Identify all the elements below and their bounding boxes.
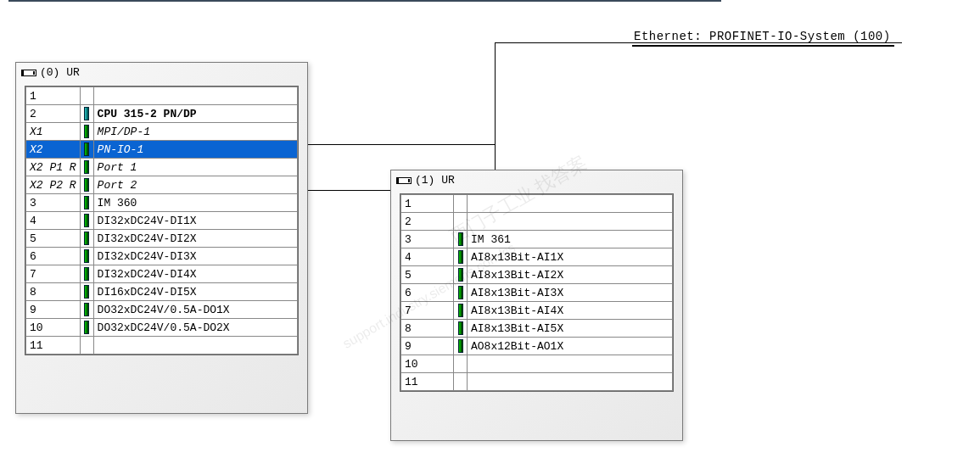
slot-cell[interactable]: 6 <box>401 284 454 302</box>
hw-config-canvas[interactable]: Ethernet: PROFINET-IO-System (100) (0) U… <box>0 0 980 469</box>
module-icon-cell <box>80 105 93 123</box>
table-row[interactable]: 1 <box>401 195 673 213</box>
rack-0[interactable]: (0) UR 12CPU 315-2 PN/DPX1MPI/DP-1X2PN-I… <box>15 62 308 414</box>
slot-cell[interactable]: 7 <box>401 302 454 320</box>
module-cell[interactable] <box>93 87 297 105</box>
slot-cell[interactable]: 1 <box>401 195 454 213</box>
table-row[interactable]: 6AI8x13Bit-AI3X <box>401 284 673 302</box>
module-icon <box>84 160 89 174</box>
table-row[interactable]: 3IM 360 <box>26 194 298 212</box>
table-row[interactable]: 2 <box>401 213 673 231</box>
slot-cell[interactable]: 9 <box>26 301 81 319</box>
rack-0-table[interactable]: 12CPU 315-2 PN/DPX1MPI/DP-1X2PN-IO-1X2 P… <box>25 86 299 355</box>
table-row[interactable]: 4AI8x13Bit-AI1X <box>401 248 673 266</box>
rack-1[interactable]: (1) UR 123IM 3614AI8x13Bit-AI1X5AI8x13Bi… <box>390 170 683 441</box>
table-row[interactable]: 7DI32xDC24V-DI4X <box>26 265 298 283</box>
slot-cell[interactable]: X1 <box>26 123 81 141</box>
module-cell[interactable]: AI8x13Bit-AI3X <box>468 284 673 302</box>
module-cell[interactable] <box>468 213 673 231</box>
table-row[interactable]: 2CPU 315-2 PN/DP <box>26 105 298 123</box>
table-row[interactable]: X2PN-IO-1 <box>26 141 298 159</box>
table-row[interactable]: 7AI8x13Bit-AI4X <box>401 302 673 320</box>
slot-cell[interactable]: 4 <box>401 248 454 266</box>
module-icon <box>84 107 89 120</box>
slot-cell[interactable]: 3 <box>401 231 454 248</box>
module-cell[interactable]: Port 2 <box>93 176 297 194</box>
module-cell[interactable]: DI32xDC24V-DI2X <box>93 230 297 248</box>
table-row[interactable]: 4DI32xDC24V-DI1X <box>26 212 298 230</box>
module-cell[interactable]: MPI/DP-1 <box>93 123 297 141</box>
slot-cell[interactable]: 8 <box>401 320 454 338</box>
table-row[interactable]: 8DI16xDC24V-DI5X <box>26 283 298 301</box>
slot-cell[interactable]: 5 <box>401 266 454 284</box>
table-row[interactable]: 10DO32xDC24V/0.5A-DO2X <box>26 319 298 337</box>
module-cell[interactable]: IM 360 <box>93 194 297 212</box>
network-label[interactable]: Ethernet: PROFINET-IO-System (100) <box>632 30 894 47</box>
table-row[interactable]: 6DI32xDC24V-DI3X <box>26 248 298 265</box>
module-icon-cell <box>454 355 468 373</box>
module-cell[interactable]: DI32xDC24V-DI3X <box>93 248 297 265</box>
table-row[interactable]: 5AI8x13Bit-AI2X <box>401 266 673 284</box>
slot-cell[interactable]: 11 <box>401 373 454 391</box>
module-icon-cell <box>454 338 468 355</box>
slot-cell[interactable]: X2 P1 R <box>26 159 81 176</box>
table-row[interactable]: 1 <box>26 87 298 105</box>
slot-cell[interactable]: 4 <box>26 212 81 230</box>
module-cell[interactable]: AI8x13Bit-AI1X <box>468 248 673 266</box>
slot-cell[interactable]: 5 <box>26 230 81 248</box>
module-cell[interactable]: CPU 315-2 PN/DP <box>93 105 297 123</box>
module-cell[interactable]: DO32xDC24V/0.5A-DO2X <box>93 319 297 337</box>
module-icon <box>84 285 89 299</box>
table-row[interactable]: 8AI8x13Bit-AI5X <box>401 320 673 338</box>
module-icon-cell <box>454 213 468 231</box>
module-icon-cell <box>454 248 468 266</box>
slot-cell[interactable]: 10 <box>26 319 81 337</box>
slot-cell[interactable]: 11 <box>26 337 81 355</box>
slot-cell[interactable]: 6 <box>26 248 81 265</box>
slot-cell[interactable]: 2 <box>26 105 81 123</box>
module-cell[interactable]: DI16xDC24V-DI5X <box>93 283 297 301</box>
module-cell[interactable]: DO32xDC24V/0.5A-DO1X <box>93 301 297 319</box>
module-cell[interactable] <box>93 337 297 355</box>
module-cell[interactable]: AI8x13Bit-AI2X <box>468 266 673 284</box>
table-row[interactable]: X2 P2 RPort 2 <box>26 176 298 194</box>
module-icon <box>458 268 463 282</box>
slot-cell[interactable]: 1 <box>26 87 81 105</box>
module-cell[interactable] <box>468 373 673 391</box>
module-cell[interactable]: DI32xDC24V-DI4X <box>93 265 297 283</box>
module-cell[interactable]: Port 1 <box>93 159 297 176</box>
module-icon <box>458 232 463 246</box>
module-cell[interactable]: IM 361 <box>468 231 673 248</box>
table-row[interactable]: X2 P1 RPort 1 <box>26 159 298 176</box>
module-cell[interactable] <box>468 355 673 373</box>
table-row[interactable]: 10 <box>401 355 673 373</box>
slot-cell[interactable]: 3 <box>26 194 81 212</box>
table-row[interactable]: 9AO8x12Bit-AO1X <box>401 338 673 355</box>
module-cell[interactable]: DI32xDC24V-DI1X <box>93 212 297 230</box>
table-row[interactable]: X1MPI/DP-1 <box>26 123 298 141</box>
module-icon <box>84 321 89 334</box>
module-cell[interactable] <box>468 195 673 213</box>
rack-1-title: (1) UR <box>391 170 682 193</box>
module-cell[interactable]: AI8x13Bit-AI5X <box>468 320 673 338</box>
slot-cell[interactable]: 8 <box>26 283 81 301</box>
module-icon-cell <box>454 373 468 391</box>
table-row[interactable]: 11 <box>401 373 673 391</box>
module-cell[interactable]: AI8x13Bit-AI4X <box>468 302 673 320</box>
connector-line <box>308 144 495 145</box>
module-cell[interactable]: AO8x12Bit-AO1X <box>468 338 673 355</box>
table-row[interactable]: 11 <box>26 337 298 355</box>
table-row[interactable]: 5DI32xDC24V-DI2X <box>26 230 298 248</box>
module-icon <box>84 178 89 192</box>
slot-cell[interactable]: X2 <box>26 141 81 159</box>
module-cell[interactable]: PN-IO-1 <box>93 141 297 159</box>
table-row[interactable]: 3IM 361 <box>401 231 673 248</box>
table-row[interactable]: 9DO32xDC24V/0.5A-DO1X <box>26 301 298 319</box>
slot-cell[interactable]: 10 <box>401 355 454 373</box>
rack-1-table[interactable]: 123IM 3614AI8x13Bit-AI1X5AI8x13Bit-AI2X6… <box>400 193 674 392</box>
module-icon-cell <box>80 265 93 283</box>
slot-cell[interactable]: 7 <box>26 265 81 283</box>
slot-cell[interactable]: 9 <box>401 338 454 355</box>
slot-cell[interactable]: X2 P2 R <box>26 176 81 194</box>
slot-cell[interactable]: 2 <box>401 213 454 231</box>
